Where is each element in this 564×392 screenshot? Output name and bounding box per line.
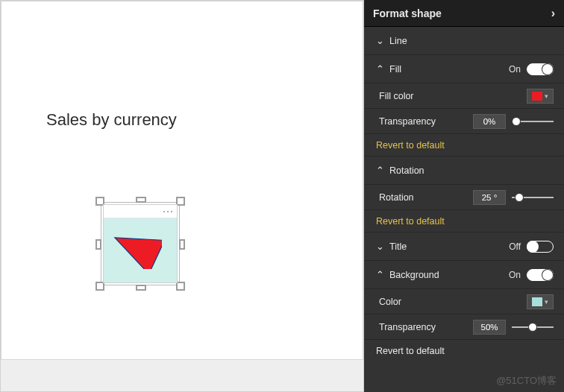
chevron-down-icon: ⌄ — [376, 35, 383, 46]
color-chip — [532, 297, 542, 306]
revert-to-default-link[interactable]: Revert to default — [364, 210, 564, 233]
app-root: Sales by currency — [0, 0, 564, 392]
title-toggle[interactable] — [527, 241, 554, 253]
more-icon[interactable] — [171, 211, 172, 212]
toggle-state-label: On — [509, 270, 521, 280]
chevron-right-icon[interactable]: › — [551, 7, 555, 20]
section-background[interactable]: ⌃Background On — [364, 261, 564, 289]
visual-tile[interactable] — [103, 204, 178, 283]
selected-shape-visual[interactable] — [98, 200, 182, 288]
fill-transparency-input[interactable]: 0% — [473, 114, 506, 129]
page-title: Sales by currency — [46, 110, 177, 130]
background-toggle[interactable] — [527, 269, 554, 281]
background-transparency-row: Transparency 50% — [364, 314, 564, 340]
visual-body — [104, 218, 177, 282]
fill-transparency-slider[interactable] — [512, 116, 554, 127]
resize-handle[interactable] — [179, 239, 185, 250]
more-icon[interactable] — [163, 211, 165, 212]
svg-marker-0 — [110, 226, 162, 269]
chevron-up-icon: ⌃ — [376, 269, 383, 280]
rotation-row: Rotation 25 ° — [364, 185, 564, 210]
chevron-up-icon: ⌃ — [376, 63, 383, 75]
panel-body: ⌄Line ⌃Fill On Fill color ▾ Transparency… — [364, 27, 564, 392]
rotation-slider[interactable] — [512, 192, 554, 203]
section-title[interactable]: ⌄Title Off — [364, 233, 564, 261]
section-line[interactable]: ⌄Line — [364, 27, 564, 55]
background-transparency-input[interactable]: 50% — [473, 320, 506, 335]
caret-down-icon: ▾ — [545, 92, 548, 100]
toggle-state-label: Off — [509, 241, 521, 252]
rotation-input[interactable]: 25 ° — [473, 190, 506, 205]
format-shape-panel: Format shape › ⌄Line ⌃Fill On Fill color… — [364, 0, 564, 392]
fill-transparency-row: Transparency 0% — [364, 109, 564, 134]
revert-to-default-link[interactable]: Revert to default — [364, 134, 564, 157]
revert-to-default-link[interactable]: Revert to default — [364, 340, 564, 362]
chevron-down-icon: ⌄ — [376, 241, 383, 252]
chevron-up-icon: ⌃ — [376, 165, 383, 176]
background-transparency-slider[interactable] — [512, 322, 554, 332]
visual-header — [104, 205, 177, 218]
section-rotation[interactable]: ⌃Rotation — [364, 157, 564, 185]
resize-handle[interactable] — [95, 239, 101, 250]
background-color-row: Color ▾ — [364, 289, 564, 314]
report-canvas[interactable]: Sales by currency — [0, 0, 364, 392]
section-fill[interactable]: ⌃Fill On — [364, 55, 564, 83]
report-page[interactable]: Sales by currency — [1, 1, 363, 360]
resize-handle[interactable] — [136, 197, 146, 203]
background-color-swatch[interactable]: ▾ — [527, 294, 554, 309]
triangle-shape-icon — [110, 226, 162, 269]
fill-toggle[interactable] — [527, 63, 554, 75]
fill-color-row: Fill color ▾ — [364, 83, 564, 109]
more-icon[interactable] — [167, 211, 169, 212]
panel-title: Format shape — [373, 7, 442, 19]
caret-down-icon: ▾ — [545, 298, 548, 306]
resize-handle[interactable] — [136, 285, 146, 291]
toggle-state-label: On — [509, 64, 521, 75]
color-chip — [532, 92, 542, 101]
fill-color-swatch[interactable]: ▾ — [527, 89, 554, 104]
panel-header: Format shape › — [364, 0, 564, 27]
